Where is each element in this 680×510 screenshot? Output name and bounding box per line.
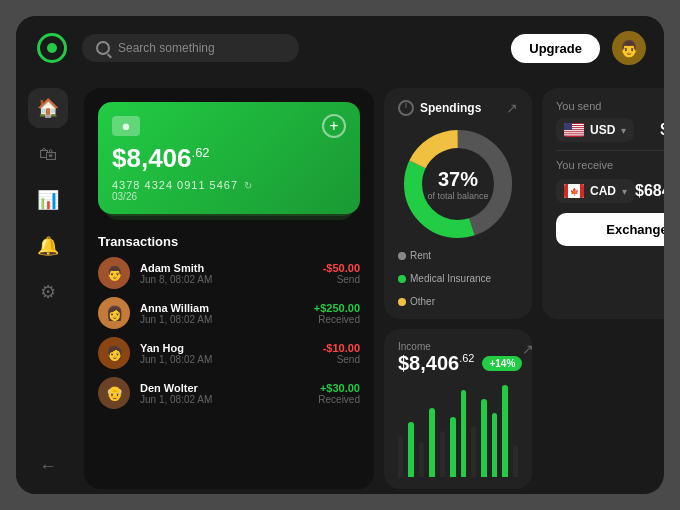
svg-rect-10 (564, 134, 584, 135)
spendings-title: Spendings (420, 101, 481, 115)
sidebar-item-shop[interactable]: 🛍 (28, 134, 68, 174)
spendings-panel: Spendings ↗ (384, 88, 532, 319)
bar (461, 390, 466, 477)
you-receive-label: You receive (556, 159, 664, 171)
avatar: 👩 (98, 297, 130, 329)
search-placeholder: Search something (118, 41, 215, 55)
divider (556, 150, 664, 151)
legend-label: Other (410, 296, 435, 307)
card-stack: ⏺ + $8,406.62 4378 4324 0911 5467 ↻ (98, 102, 360, 222)
bar (492, 413, 497, 477)
tx-name: Yan Hog (140, 342, 313, 354)
bar (440, 431, 445, 477)
avatar: 👴 (98, 377, 130, 409)
table-row: 👩 Anna William Jun 1, 08:02 AM +$250.00 … (98, 297, 360, 329)
tx-date: Jun 8, 08:02 AM (140, 274, 313, 285)
search-bar[interactable]: Search something (82, 34, 299, 62)
bar (481, 399, 486, 477)
receive-currency-code: CAD (590, 184, 616, 198)
logo-icon (34, 30, 70, 66)
you-send-label: You send (556, 100, 664, 112)
transactions-title: Transactions (98, 234, 360, 249)
legend-dot (398, 252, 406, 260)
tx-type: Received (318, 394, 360, 405)
sidebar-item-analytics[interactable]: 📊 (28, 180, 68, 220)
table-row: 🧑 Yan Hog Jun 1, 08:02 AM -$10.00 Send (98, 337, 360, 369)
refresh-icon: ↻ (244, 180, 253, 191)
receive-currency-selector[interactable]: 🍁 CAD ▾ (556, 179, 635, 203)
card-chip: ⏺ (112, 116, 140, 136)
svg-rect-13 (564, 184, 568, 198)
main-content: 🏠 🛍 📊 🔔 ⚙ ← ⏺ + (16, 80, 664, 494)
bar (513, 445, 518, 477)
svg-rect-11 (564, 123, 572, 130)
tx-name: Anna William (140, 302, 304, 314)
expand-icon[interactable]: ↗ (506, 100, 518, 116)
receive-amount: $684.70 (635, 182, 664, 200)
card-panel: ⏺ + $8,406.62 4378 4324 0911 5467 ↻ (84, 88, 374, 489)
svg-rect-8 (564, 130, 584, 131)
list-item: Other (398, 296, 435, 307)
sidebar-item-notifications[interactable]: 🔔 (28, 226, 68, 266)
card-add-button[interactable]: + (322, 114, 346, 138)
donut-label: of total balance (427, 191, 488, 201)
transaction-list: 👨 Adam Smith Jun 8, 08:02 AM -$50.00 Sen… (98, 257, 360, 475)
sidebar-item-settings[interactable]: ⚙ (28, 272, 68, 312)
header: Search something Upgrade 👨 (16, 16, 664, 80)
tx-type: Send (323, 354, 360, 365)
tx-type: Send (323, 274, 360, 285)
tx-value: +$30.00 (318, 382, 360, 394)
exchange-panel: You send (542, 88, 664, 319)
sidebar-item-home[interactable]: 🏠 (28, 88, 68, 128)
chevron-down-icon: ▾ (622, 186, 627, 197)
legend-label: Rent (410, 250, 431, 261)
legend: Rent Medical Insurance Other (398, 250, 518, 307)
donut-center: 37% of total balance (427, 168, 488, 201)
bar (502, 385, 507, 477)
tx-date: Jun 1, 08:02 AM (140, 354, 313, 365)
avatar: 👨 (98, 257, 130, 289)
legend-dot (398, 275, 406, 283)
svg-rect-9 (564, 132, 584, 133)
tx-value: -$50.00 (323, 262, 360, 274)
bar (471, 426, 476, 477)
ca-flag: 🍁 (564, 184, 584, 198)
list-item: Rent (398, 250, 431, 261)
card-balance: $8,406.62 (112, 143, 346, 174)
bar (419, 442, 424, 477)
card-expiry: 03/26 (112, 191, 346, 202)
income-badge: +14% (482, 356, 522, 371)
card-number: 4378 4324 0911 5467 ↻ (112, 179, 346, 191)
us-flag (564, 123, 584, 137)
donut-chart: 37% of total balance (398, 124, 518, 244)
bar-chart (398, 381, 518, 477)
income-label: Income (398, 341, 522, 352)
svg-rect-14 (580, 184, 584, 198)
bar (429, 408, 434, 477)
avatar: 👨 (612, 31, 646, 65)
upgrade-button[interactable]: Upgrade (511, 34, 600, 63)
table-row: 👴 Den Wolter Jun 1, 08:02 AM +$30.00 Rec… (98, 377, 360, 409)
chevron-down-icon: ▾ (621, 125, 626, 136)
income-panel: Income $8,406.62 +14% ↗ (384, 329, 532, 489)
search-icon (96, 41, 110, 55)
card-front: ⏺ + $8,406.62 4378 4324 0911 5467 ↻ (98, 102, 360, 214)
svg-text:🍁: 🍁 (570, 187, 579, 196)
bar (408, 422, 413, 477)
clock-icon (398, 100, 414, 116)
sidebar-item-back[interactable]: ← (28, 446, 68, 486)
dashboard: Search something Upgrade 👨 🏠 🛍 📊 🔔 ⚙ ← (16, 16, 664, 494)
expand-icon[interactable]: ↗ (522, 341, 532, 357)
table-row: 👨 Adam Smith Jun 8, 08:02 AM -$50.00 Sen… (98, 257, 360, 289)
sidebar: 🏠 🛍 📊 🔔 ⚙ ← (16, 80, 80, 494)
legend-label: Medical Insurance (410, 273, 491, 284)
bar (450, 417, 455, 477)
list-item: Medical Insurance (398, 273, 491, 284)
avatar: 🧑 (98, 337, 130, 369)
exchange-button[interactable]: Exchange (556, 213, 664, 246)
tx-value: +$250.00 (314, 302, 360, 314)
send-currency-selector[interactable]: USD ▾ (556, 118, 634, 142)
bar (398, 436, 403, 477)
income-amount: $8,406.62 (398, 352, 474, 375)
legend-dot (398, 298, 406, 306)
